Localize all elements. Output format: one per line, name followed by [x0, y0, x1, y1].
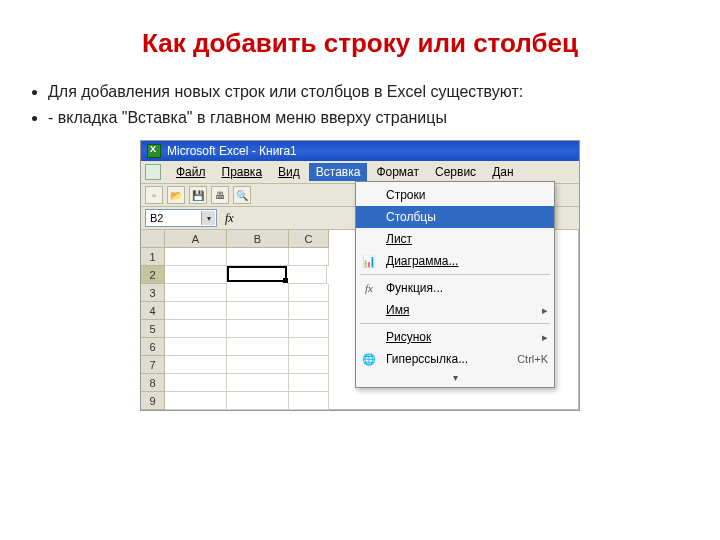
insert-picture-label: Рисунок	[386, 330, 431, 344]
row-head-3[interactable]: 3	[141, 284, 165, 302]
cell-selected[interactable]	[227, 266, 287, 282]
cell[interactable]	[227, 248, 289, 266]
cell[interactable]	[227, 320, 289, 338]
blank-icon	[360, 209, 378, 225]
col-head-A[interactable]: A	[165, 230, 227, 248]
insert-name-label: Имя	[386, 303, 409, 317]
cell[interactable]	[227, 356, 289, 374]
shortcut-label: Ctrl+K	[517, 353, 548, 365]
cell[interactable]	[165, 356, 227, 374]
col-head-C[interactable]: C	[289, 230, 329, 248]
chart-icon: 📊	[360, 253, 378, 269]
menu-view[interactable]: Вид	[271, 163, 307, 181]
excel-logo-icon	[147, 144, 161, 158]
cell[interactable]	[165, 302, 227, 320]
row-head-2[interactable]: 2	[141, 266, 165, 284]
row-head-5[interactable]: 5	[141, 320, 165, 338]
cell[interactable]	[289, 302, 329, 320]
new-button[interactable]: ▫	[145, 186, 163, 204]
cell[interactable]	[289, 356, 329, 374]
insert-picture[interactable]: Рисунок ▸	[356, 326, 554, 348]
blank-icon	[360, 231, 378, 247]
menu-separator	[360, 323, 550, 324]
name-box[interactable]: B2 ▾	[145, 209, 217, 227]
name-box-value: B2	[150, 212, 163, 224]
open-button[interactable]: 📂	[167, 186, 185, 204]
cell[interactable]	[165, 392, 227, 410]
cell[interactable]	[227, 338, 289, 356]
insert-rows[interactable]: Строки	[356, 184, 554, 206]
blank-icon	[360, 187, 378, 203]
window-title: Microsoft Excel - Книга1	[167, 144, 297, 158]
insert-hyperlink[interactable]: 🌐 Гиперссылка... Ctrl+K	[356, 348, 554, 370]
insert-menu-dropdown: Строки Столбцы Лист 📊 Диаграмма... fx Фу…	[355, 181, 555, 388]
insert-cols-label: Столбцы	[386, 210, 436, 224]
menu-edit[interactable]: Правка	[215, 163, 270, 181]
cell[interactable]	[289, 320, 329, 338]
menu-data[interactable]: Дан	[485, 163, 520, 181]
row-head-7[interactable]: 7	[141, 356, 165, 374]
insert-function-label: Функция...	[386, 281, 443, 295]
menu-file[interactable]: Файл	[169, 163, 213, 181]
menu-separator	[360, 274, 550, 275]
name-box-dropdown-icon[interactable]: ▾	[201, 211, 215, 225]
cell[interactable]	[289, 338, 329, 356]
cell[interactable]	[165, 338, 227, 356]
fx-icon: fx	[360, 280, 378, 296]
row-head-8[interactable]: 8	[141, 374, 165, 392]
excel-window: Microsoft Excel - Книга1 Файл Правка Вид…	[140, 140, 580, 411]
bullet-1: Для добавления новых строк или столбцов …	[48, 81, 680, 103]
cell[interactable]	[165, 320, 227, 338]
insert-chart[interactable]: 📊 Диаграмма...	[356, 250, 554, 272]
insert-sheet[interactable]: Лист	[356, 228, 554, 250]
row-head-1[interactable]: 1	[141, 248, 165, 266]
cell[interactable]	[165, 374, 227, 392]
row-head-6[interactable]: 6	[141, 338, 165, 356]
submenu-arrow-icon: ▸	[542, 331, 548, 344]
workbook-icon	[145, 164, 161, 180]
blank-icon	[360, 329, 378, 345]
bullet-2: - вкладка "Вставка" в главном меню вверх…	[48, 107, 680, 129]
cell[interactable]	[227, 284, 289, 302]
menu-service[interactable]: Сервис	[428, 163, 483, 181]
insert-sheet-label: Лист	[386, 232, 412, 246]
cell[interactable]	[227, 392, 289, 410]
insert-rows-label: Строки	[386, 188, 425, 202]
preview-button[interactable]: 🔍	[233, 186, 251, 204]
insert-hyperlink-label: Гиперссылка...	[386, 352, 468, 366]
insert-cols[interactable]: Столбцы	[356, 206, 554, 228]
fx-label[interactable]: fx	[225, 211, 234, 226]
col-head-B[interactable]: B	[227, 230, 289, 248]
menu-insert[interactable]: Вставка	[309, 163, 368, 181]
cell[interactable]	[289, 248, 329, 266]
row-head-4[interactable]: 4	[141, 302, 165, 320]
cell[interactable]	[227, 374, 289, 392]
save-button[interactable]: 💾	[189, 186, 207, 204]
cell[interactable]	[165, 266, 227, 284]
slide-title: Как добавить строку или столбец	[40, 28, 680, 59]
print-button[interactable]: 🖶	[211, 186, 229, 204]
cell[interactable]	[227, 302, 289, 320]
globe-link-icon: 🌐	[360, 351, 378, 367]
cell[interactable]	[287, 266, 327, 284]
bullet-list: Для добавления новых строк или столбцов …	[30, 81, 680, 128]
blank-icon	[360, 302, 378, 318]
cell[interactable]	[289, 284, 329, 302]
cell[interactable]	[289, 392, 329, 410]
menu-expand-chevron[interactable]: ▾	[356, 370, 554, 385]
insert-chart-label: Диаграмма...	[386, 254, 458, 268]
submenu-arrow-icon: ▸	[542, 304, 548, 317]
cell[interactable]	[165, 284, 227, 302]
row-head-9[interactable]: 9	[141, 392, 165, 410]
select-all-corner[interactable]	[141, 230, 165, 248]
window-titlebar: Microsoft Excel - Книга1	[141, 141, 579, 161]
menu-format[interactable]: Формат	[369, 163, 426, 181]
cell[interactable]	[165, 248, 227, 266]
insert-name[interactable]: Имя ▸	[356, 299, 554, 321]
insert-function[interactable]: fx Функция...	[356, 277, 554, 299]
cell[interactable]	[289, 374, 329, 392]
